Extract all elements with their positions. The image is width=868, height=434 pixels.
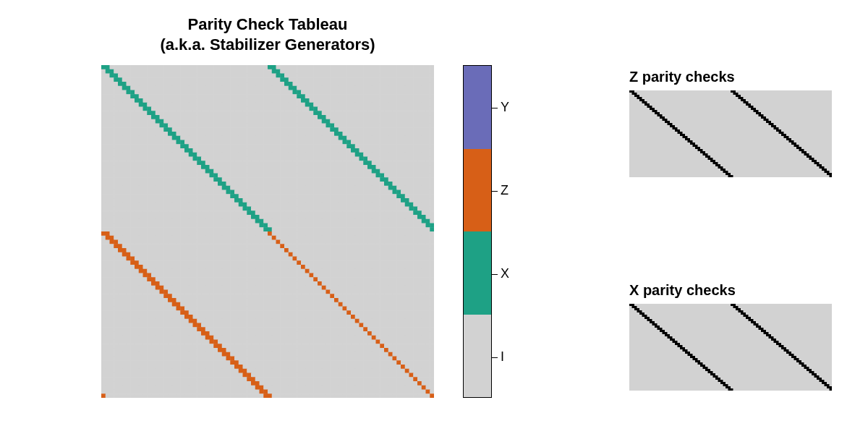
colorbar-swatch-X	[464, 231, 491, 315]
colorbar-label-Z: Z	[501, 183, 509, 198]
colorbar-swatch-Z	[464, 149, 491, 232]
colorbar: Y Z X I	[463, 65, 492, 398]
title-line-1: Parity Check Tableau	[188, 15, 348, 33]
main-chart-title: Parity Check Tableau (a.k.a. Stabilizer …	[101, 14, 434, 54]
x-parity-checks-heatmap	[629, 304, 832, 391]
z-checks-title: Z parity checks	[629, 69, 735, 85]
colorbar-label-Y: Y	[501, 100, 509, 115]
title-line-2: (a.k.a. Stabilizer Generators)	[160, 35, 375, 54]
colorbar-swatch-Y	[464, 66, 491, 149]
z-parity-checks-heatmap	[629, 90, 832, 177]
x-checks-title: X parity checks	[629, 282, 736, 299]
colorbar-swatch-I	[464, 315, 491, 398]
colorbar-label-X: X	[501, 266, 509, 281]
colorbar-swatch-stack	[463, 65, 492, 398]
colorbar-label-I: I	[501, 349, 504, 365]
parity-check-tableau-heatmap	[101, 65, 434, 398]
